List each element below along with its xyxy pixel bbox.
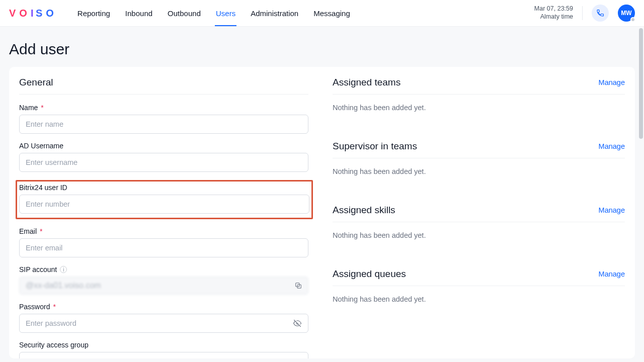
avatar-initials: MW (621, 10, 631, 17)
divider (19, 94, 308, 95)
divider (333, 222, 625, 222)
nav-outbound[interactable]: Outbound (167, 1, 202, 26)
topbar: V O I S O Reporting Inbound Outbound Use… (0, 0, 644, 27)
dialer-button[interactable] (592, 5, 609, 22)
right-column: Assigned teams Manage Nothing has been a… (333, 77, 625, 358)
bitrix-user-id-input[interactable] (19, 195, 309, 214)
general-section: General Name * AD Username Bitrix24 user… (19, 77, 308, 358)
logo-letter: S (36, 8, 44, 19)
manage-link-assigned-skills[interactable]: Manage (599, 206, 625, 214)
divider (333, 94, 625, 95)
logo-letter: I (31, 8, 34, 19)
info-icon[interactable]: i (60, 266, 67, 273)
topbar-right: Mar 07, 23:59 Almaty time MW (534, 5, 635, 22)
clock-time: Mar 07, 23:59 (534, 5, 573, 13)
block-assigned-teams: Assigned teams Manage Nothing has been a… (333, 77, 625, 112)
required-asterisk: * (40, 227, 42, 235)
block-title: Supervisor in teams (333, 141, 417, 152)
nav-users[interactable]: Users (215, 1, 236, 26)
page: Add user General Name * AD Username Bitr… (0, 27, 644, 362)
label-password: Password (19, 303, 50, 311)
nav-administration[interactable]: Administration (250, 1, 299, 26)
block-assigned-queues: Assigned queues Manage Nothing has been … (333, 268, 625, 303)
copy-icon (294, 282, 302, 290)
page-title: Add user (9, 41, 635, 58)
field-sip-account: SIP account i @xx-da01.voiso.com (19, 265, 308, 295)
logo: V O I S O (9, 8, 55, 19)
logo-letter: O (19, 8, 29, 19)
manage-link-assigned-queues[interactable]: Manage (599, 270, 625, 278)
scrollbar-thumb[interactable] (639, 28, 643, 139)
required-asterisk: * (53, 303, 55, 311)
label-ad-username: AD Username (19, 142, 63, 150)
label-sip: SIP account (19, 265, 57, 274)
empty-text: Nothing has been added yet. (333, 231, 625, 239)
security-group-select[interactable] (19, 352, 308, 358)
field-email: Email * (19, 227, 308, 257)
divider (333, 158, 625, 158)
label-bitrix: Bitrix24 user ID (19, 184, 67, 192)
divider (582, 6, 583, 20)
block-title: Assigned queues (333, 268, 406, 280)
nav-messaging[interactable]: Messaging (312, 1, 351, 26)
field-ad-username: AD Username (19, 142, 308, 172)
block-supervisor-in-teams: Supervisor in teams Manage Nothing has b… (333, 141, 625, 175)
primary-nav: Reporting Inbound Outbound Users Adminis… (76, 1, 351, 26)
block-title: Assigned skills (333, 205, 395, 216)
block-title: Assigned teams (333, 77, 400, 88)
avatar[interactable]: MW (618, 5, 635, 22)
logo-letter: V (9, 8, 17, 19)
nav-reporting[interactable]: Reporting (76, 1, 111, 26)
field-name: Name * (19, 104, 308, 134)
ad-username-input[interactable] (19, 153, 308, 172)
eye-off-icon (293, 319, 302, 328)
email-input[interactable] (19, 238, 308, 257)
label-name: Name (19, 104, 38, 112)
password-input[interactable] (19, 314, 308, 333)
copy-button[interactable] (291, 279, 305, 293)
sip-account-value: @xx-da01.voiso.com (19, 277, 308, 295)
toggle-password-button[interactable] (290, 316, 304, 330)
section-title-general: General (19, 77, 308, 88)
empty-text: Nothing has been added yet. (333, 295, 625, 303)
required-asterisk: * (41, 104, 43, 112)
divider (333, 286, 625, 286)
field-bitrix-user-id: Bitrix24 user ID (16, 180, 313, 219)
empty-text: Nothing has been added yet. (333, 104, 625, 112)
name-input[interactable] (19, 115, 308, 134)
block-assigned-skills: Assigned skills Manage Nothing has been … (333, 205, 625, 239)
card: General Name * AD Username Bitrix24 user… (9, 67, 635, 358)
phone-icon (596, 9, 605, 18)
clock: Mar 07, 23:59 Almaty time (534, 5, 573, 21)
field-password: Password * (19, 303, 308, 333)
logo-letter: O (46, 8, 55, 19)
label-email: Email (19, 227, 37, 235)
scrollbar[interactable] (639, 0, 643, 362)
label-security-group: Security access group (19, 341, 89, 349)
manage-link-supervisor-in-teams[interactable]: Manage (599, 142, 625, 150)
manage-link-assigned-teams[interactable]: Manage (599, 78, 625, 86)
presence-dot-icon (630, 17, 635, 22)
field-security-group: Security access group (19, 341, 308, 358)
nav-inbound[interactable]: Inbound (124, 1, 153, 26)
empty-text: Nothing has been added yet. (333, 167, 625, 175)
clock-tz: Almaty time (534, 13, 573, 21)
